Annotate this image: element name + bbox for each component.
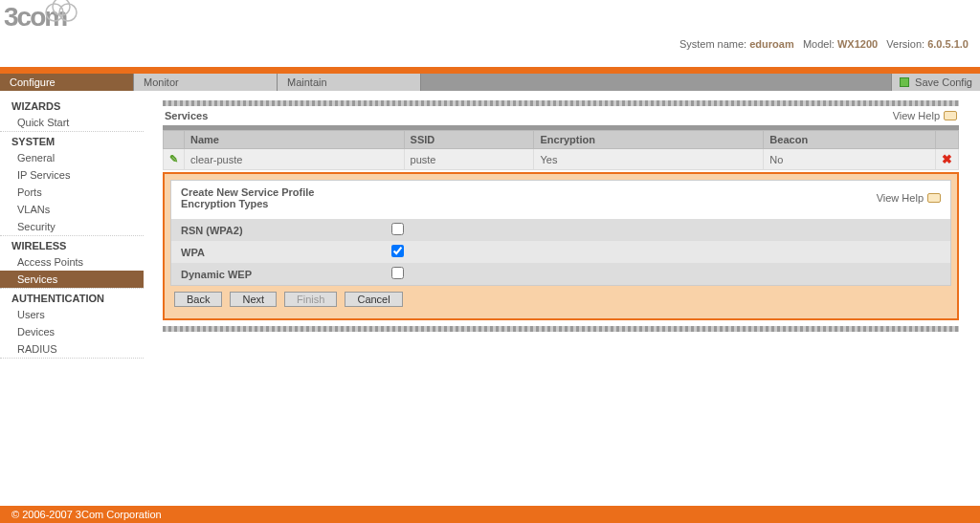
sidebar-section-system: SYSTEM — [0, 132, 144, 149]
opt-dwep-label: Dynamic WEP — [171, 263, 382, 285]
services-table: Name SSID Encryption Beacon ✎ clear-pust… — [163, 130, 959, 170]
opt-wpa-label: WPA — [171, 241, 382, 263]
wizard-title: Create New Service Profile Encryption Ty… — [181, 186, 314, 209]
logo-swirl-icon — [43, 0, 91, 27]
next-button[interactable]: Next — [230, 292, 277, 307]
book-icon — [944, 111, 957, 120]
wizard-view-help-link[interactable]: View Help — [877, 186, 941, 209]
sidebar-section-wireless: WIRELESS — [0, 236, 144, 253]
cell-beacon: No — [764, 149, 936, 170]
view-help-link[interactable]: View Help — [893, 110, 957, 121]
page-title: Services — [165, 110, 208, 121]
footer: © 2006-2007 3Com Corporation — [0, 506, 980, 523]
sidebar-item-access-points[interactable]: Access Points — [0, 253, 144, 271]
model-value: WX1200 — [837, 38, 878, 50]
save-config-button[interactable]: Save Config — [892, 74, 980, 91]
header: 3com System name: eduroam Model: WX1200 … — [0, 0, 980, 67]
opt-rsn-checkbox[interactable] — [391, 223, 404, 235]
sidebar-item-services[interactable]: Services — [0, 271, 144, 288]
orange-accent-bar — [0, 67, 980, 74]
book-icon — [927, 193, 941, 203]
col-ssid: SSID — [404, 131, 534, 149]
opt-wpa-checkbox[interactable] — [391, 245, 404, 257]
main-content: Services View Help Name SSID Encryption … — [144, 91, 980, 506]
finish-button[interactable]: Finish — [284, 292, 337, 307]
wizard-panel: Create New Service Profile Encryption Ty… — [163, 172, 959, 320]
decorative-bar-bottom — [163, 326, 959, 332]
sys-name-label: System name: — [679, 38, 746, 50]
sidebar-item-devices[interactable]: Devices — [0, 323, 144, 340]
sidebar-item-users[interactable]: Users — [0, 306, 144, 323]
tab-configure[interactable]: Configure — [0, 74, 134, 91]
encryption-options: RSN (WPA2) WPA Dynamic WEP — [171, 219, 950, 285]
sidebar-section-wizards: WIZARDS — [0, 97, 144, 114]
cell-ssid: puste — [404, 149, 534, 170]
back-button[interactable]: Back — [174, 292, 222, 307]
cell-encryption: Yes — [534, 149, 764, 170]
sidebar-item-quick-start[interactable]: Quick Start — [0, 114, 144, 132]
sidebar-item-vlans[interactable]: VLANs — [0, 201, 144, 218]
sidebar-item-security[interactable]: Security — [0, 218, 144, 236]
cancel-button[interactable]: Cancel — [345, 292, 402, 307]
sidebar-item-radius[interactable]: RADIUS — [0, 340, 144, 359]
sidebar-item-general[interactable]: General — [0, 149, 144, 166]
version-value: 6.0.5.1.0 — [927, 38, 969, 50]
sidebar: WIZARDS Quick Start SYSTEM General IP Se… — [0, 91, 144, 506]
tab-maintain[interactable]: Maintain — [278, 74, 421, 91]
model-label: Model: — [803, 38, 835, 50]
tab-spacer — [421, 74, 892, 91]
sys-name-value: eduroam — [749, 38, 793, 50]
version-label: Version: — [886, 38, 924, 50]
pencil-icon: ✎ — [169, 153, 178, 164]
tab-monitor[interactable]: Monitor — [134, 74, 278, 91]
copyright: © 2006-2007 3Com Corporation — [11, 509, 162, 520]
system-info: System name: eduroam Model: WX1200 Versi… — [679, 38, 969, 50]
col-name: Name — [185, 131, 405, 149]
col-encryption: Encryption — [534, 131, 764, 149]
top-tabs: Configure Monitor Maintain Save Config — [0, 74, 980, 91]
opt-dwep-checkbox[interactable] — [391, 267, 404, 279]
col-beacon: Beacon — [764, 131, 936, 149]
sidebar-section-auth: AUTHENTICATION — [0, 289, 144, 306]
sidebar-item-ports[interactable]: Ports — [0, 184, 144, 201]
delete-icon[interactable]: ✖ — [942, 152, 952, 166]
sidebar-item-ip-services[interactable]: IP Services — [0, 166, 144, 184]
table-row[interactable]: ✎ clear-puste puste Yes No ✖ — [164, 149, 959, 170]
opt-rsn-label: RSN (WPA2) — [171, 219, 382, 241]
cell-name: clear-puste — [185, 149, 405, 170]
save-icon — [900, 77, 909, 87]
